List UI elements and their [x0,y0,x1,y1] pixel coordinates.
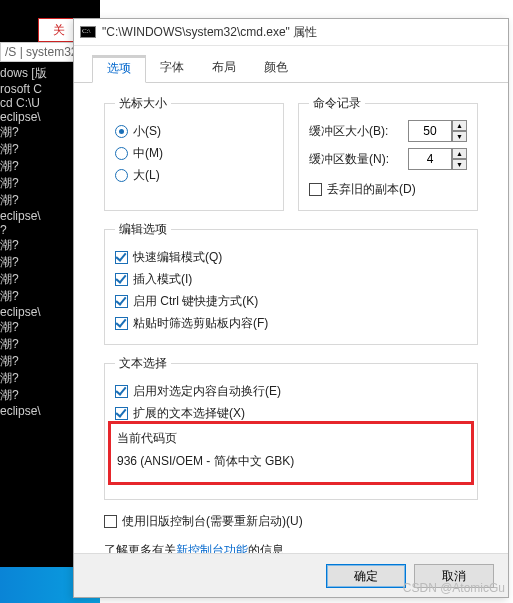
tab-颜色[interactable]: 颜色 [250,55,302,83]
spin-down-icon[interactable]: ▼ [452,159,467,170]
option-label: 启用对选定内容自动换行(E) [133,383,281,400]
option-checkbox[interactable] [115,273,128,286]
option-label: 插入模式(I) [133,271,192,288]
spin-down-icon[interactable]: ▼ [452,131,467,142]
option-label: 启用 Ctrl 键快捷方式(K) [133,293,258,310]
window-title: "C:\WINDOWS\system32\cmd.exe" 属性 [102,24,317,41]
tab-字体[interactable]: 字体 [146,55,198,83]
cursor-radio[interactable] [115,169,128,182]
tab-选项[interactable]: 选项 [92,55,146,83]
option-checkbox[interactable] [115,295,128,308]
titlebar: "C:\WINDOWS\system32\cmd.exe" 属性 [74,19,508,46]
buffer-count-input[interactable] [408,148,452,170]
option-label: 快速编辑模式(Q) [133,249,222,266]
discard-old-checkbox[interactable] [309,183,322,196]
tab-strip: 选项字体布局颜色 [74,46,508,83]
cmd-icon [80,26,96,38]
buffer-size-input[interactable] [408,120,452,142]
edit-options-legend: 编辑选项 [115,221,171,238]
option-checkbox[interactable] [115,317,128,330]
option-checkbox[interactable] [115,407,128,420]
option-label: 扩展的文本选择键(X) [133,405,245,422]
cursor-size-group: 光标大小 小(S)中(M)大(L) [104,95,284,211]
cursor-radio-label: 中(M) [133,145,163,162]
cursor-size-legend: 光标大小 [115,95,171,112]
text-selection-group: 文本选择 启用对选定内容自动换行(E)扩展的文本选择键(X) 当前代码页 936… [104,355,478,500]
ok-button[interactable]: 确定 [326,564,406,588]
watermark: CSDN @AtomicGu [403,581,505,595]
legacy-console-label: 使用旧版控制台(需要重新启动)(U) [122,513,303,530]
command-history-group: 命令记录 缓冲区大小(B): ▲▼ 缓冲区数量(N): ▲▼ [298,95,478,211]
command-history-legend: 命令记录 [309,95,365,112]
buffer-count-label: 缓冲区数量(N): [309,151,403,168]
cursor-radio-label: 大(L) [133,167,160,184]
spin-up-icon[interactable]: ▲ [452,120,467,131]
edit-options-group: 编辑选项 快速编辑模式(Q)插入模式(I)启用 Ctrl 键快捷方式(K)粘贴时… [104,221,478,345]
properties-dialog: "C:\WINDOWS\system32\cmd.exe" 属性 选项字体布局颜… [73,18,509,598]
buffer-size-label: 缓冲区大小(B): [309,123,403,140]
codepage-title: 当前代码页 [117,430,465,447]
tab-布局[interactable]: 布局 [198,55,250,83]
text-selection-legend: 文本选择 [115,355,171,372]
option-label: 粘贴时筛选剪贴板内容(F) [133,315,268,332]
codepage-highlight: 当前代码页 936 (ANSI/OEM - 简体中文 GBK) [108,421,474,485]
option-checkbox[interactable] [115,251,128,264]
spin-up-icon[interactable]: ▲ [452,148,467,159]
cursor-radio-label: 小(S) [133,123,161,140]
codepage-value: 936 (ANSI/OEM - 简体中文 GBK) [117,453,465,470]
cursor-radio[interactable] [115,147,128,160]
cursor-radio[interactable] [115,125,128,138]
option-checkbox[interactable] [115,385,128,398]
discard-old-label: 丢弃旧的副本(D) [327,181,416,198]
legacy-console-checkbox[interactable] [104,515,117,528]
